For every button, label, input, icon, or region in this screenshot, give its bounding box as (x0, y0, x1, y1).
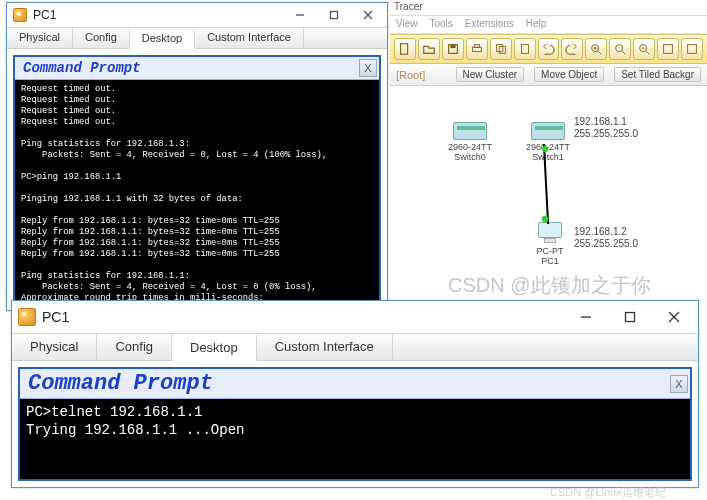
app-icon (18, 308, 36, 326)
titlebar[interactable]: PC1 (12, 301, 698, 333)
device-model: 2960-24TT (440, 142, 500, 152)
titlebar[interactable]: PC1 (7, 3, 387, 27)
watermark: CSDN @此镬加之于你 (448, 272, 651, 299)
tracer-title: Tracer (390, 0, 707, 16)
move-object-button[interactable]: Move Object (534, 67, 604, 82)
svg-rect-24 (626, 313, 635, 322)
tab-physical[interactable]: Physical (7, 28, 73, 48)
ip-label-pc1: 192.168.1.2 255.255.255.0 (574, 226, 638, 250)
device-label: Switch1 (518, 152, 578, 162)
tracer-window: Tracer View Tools Extensions Help [Root]… (390, 0, 707, 290)
menu-tools[interactable]: Tools (430, 18, 453, 31)
svg-rect-3 (472, 47, 481, 51)
window-title: PC1 (33, 8, 56, 22)
tab-custom-interface[interactable]: Custom Interface (257, 334, 393, 360)
window-title: PC1 (42, 309, 69, 325)
root-label[interactable]: [Root] (396, 69, 425, 81)
svg-point-12 (616, 45, 623, 52)
terminal[interactable]: PC>telnet 192.168.1.1 Trying 192.168.1.1… (20, 399, 690, 479)
tool-custom-icon[interactable] (681, 38, 703, 60)
device-label: PC1 (525, 256, 575, 266)
tracer-menubar[interactable]: View Tools Extensions Help (390, 16, 707, 34)
menu-view[interactable]: View (396, 18, 418, 31)
tab-bar: Physical Config Desktop Custom Interface (7, 27, 387, 49)
device-label: Switch0 (440, 152, 500, 162)
minimize-button[interactable] (283, 5, 317, 25)
app-body: Command Prompt X Request timed out. Requ… (7, 49, 387, 310)
tab-bar: Physical Config Desktop Custom Interface (12, 333, 698, 361)
pc1-window-small: PC1 Physical Config Desktop Custom Inter… (6, 2, 388, 311)
svg-line-9 (598, 51, 602, 55)
tab-custom-interface[interactable]: Custom Interface (195, 28, 304, 48)
new-cluster-button[interactable]: New Cluster (456, 67, 524, 82)
tab-desktop[interactable]: Desktop (130, 29, 195, 49)
tool-paste-icon[interactable] (514, 38, 536, 60)
topology-canvas[interactable]: 2960-24TT Switch0 2960-24TT Switch1 192.… (390, 86, 707, 286)
tab-config[interactable]: Config (97, 334, 172, 360)
svg-rect-20 (331, 12, 338, 19)
maximize-button[interactable] (317, 5, 351, 25)
tool-new-icon[interactable] (394, 38, 416, 60)
svg-line-13 (622, 51, 626, 55)
tool-zoom-out-icon[interactable] (633, 38, 655, 60)
tracer-toolbar (390, 34, 707, 64)
svg-rect-7 (521, 45, 528, 54)
device-switch0[interactable]: 2960-24TT Switch0 (440, 122, 500, 162)
tool-zoom-in-icon[interactable] (585, 38, 607, 60)
svg-rect-18 (688, 45, 697, 54)
tool-redo-icon[interactable] (561, 38, 583, 60)
ip-label-switch1: 192.168.1.1 255.255.255.0 (574, 116, 638, 140)
switch-icon (453, 122, 487, 140)
tool-save-icon[interactable] (442, 38, 464, 60)
menu-help[interactable]: Help (526, 18, 547, 31)
switch-icon (531, 122, 565, 140)
tool-print-icon[interactable] (466, 38, 488, 60)
close-button[interactable] (652, 303, 696, 331)
command-prompt-title: Command Prompt (15, 58, 149, 78)
svg-line-15 (646, 51, 650, 55)
command-prompt-close-button[interactable]: X (670, 375, 688, 393)
device-model: 2960-24TT (518, 142, 578, 152)
link-led-icon (542, 216, 548, 222)
close-button[interactable] (351, 5, 385, 25)
tool-copy-icon[interactable] (490, 38, 512, 60)
svg-rect-0 (401, 44, 408, 55)
set-tiled-bg-button[interactable]: Set Tiled Backgr (614, 67, 701, 82)
menu-extensions[interactable]: Extensions (465, 18, 514, 31)
tool-palette-icon[interactable] (657, 38, 679, 60)
app-icon (13, 8, 27, 22)
svg-rect-2 (450, 45, 455, 49)
svg-rect-4 (474, 45, 479, 48)
pc-icon (538, 222, 562, 244)
tab-physical[interactable]: Physical (12, 334, 97, 360)
watermark: CSDN @Linux运维老纪 (550, 485, 666, 500)
tool-open-icon[interactable] (418, 38, 440, 60)
terminal[interactable]: Request timed out. Request timed out. Re… (15, 80, 379, 302)
command-prompt-close-button[interactable]: X (359, 59, 377, 77)
pc1-window-large: PC1 Physical Config Desktop Custom Inter… (11, 300, 699, 488)
maximize-button[interactable] (608, 303, 652, 331)
tracer-subbar: [Root] New Cluster Move Object Set Tiled… (390, 64, 707, 86)
device-pc1[interactable]: PC-PT PC1 (525, 222, 575, 266)
tab-config[interactable]: Config (73, 28, 130, 48)
device-switch1[interactable]: 2960-24TT Switch1 (518, 122, 578, 162)
svg-rect-17 (664, 45, 673, 54)
tool-undo-icon[interactable] (538, 38, 560, 60)
link-led-icon (542, 146, 548, 152)
device-model: PC-PT (525, 246, 575, 256)
command-prompt-frame: Command Prompt X Request timed out. Requ… (13, 55, 381, 304)
command-prompt-title: Command Prompt (20, 369, 221, 398)
command-prompt-frame: Command Prompt X PC>telnet 192.168.1.1 T… (18, 367, 692, 481)
tool-zoom-reset-icon[interactable] (609, 38, 631, 60)
tab-desktop[interactable]: Desktop (172, 335, 257, 361)
minimize-button[interactable] (564, 303, 608, 331)
app-body: Command Prompt X PC>telnet 192.168.1.1 T… (12, 361, 698, 487)
